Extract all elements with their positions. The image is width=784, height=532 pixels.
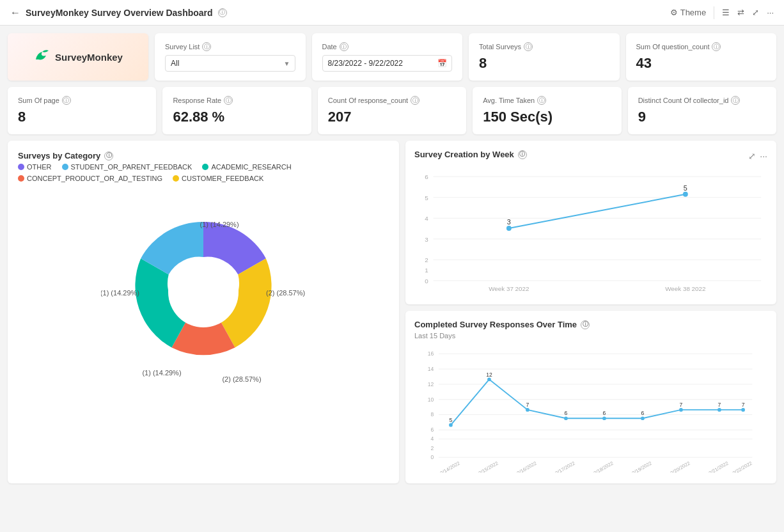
survey-list-card: Survey List ⓘ All ▼ [155,33,306,81]
svg-text:12: 12 [486,372,492,378]
sum-page-label: Sum Of page ⓘ [18,96,146,105]
calendar-icon[interactable]: 📅 [437,59,447,68]
r-pt-5 [641,416,645,420]
header: ← SurveyMonkey Survey Overview Dashboard… [0,0,784,26]
layout-button[interactable]: ☰ [722,8,730,17]
svg-text:9/22/2022: 9/22/2022 [732,460,753,473]
svg-text:6: 6 [603,410,606,416]
distinct-collector-info-icon[interactable]: ⓘ [731,96,740,105]
sum-question-info-icon[interactable]: ⓘ [712,42,721,51]
main-content: SurveyMonkey Survey List ⓘ All ▼ Date ⓘ [0,26,784,491]
r-pt-4 [602,416,606,420]
svg-text:14: 14 [428,366,434,372]
category-info-icon[interactable]: ⓘ [104,152,113,160]
total-surveys-info-icon[interactable]: ⓘ [524,42,533,51]
header-right: ⚙ Theme ☰ ⇄ ⤢ ··· [670,6,774,19]
charts-row: Surveys by Category ⓘ OTHER STUDENT_OR_P… [8,141,776,483]
svg-text:2: 2 [425,256,428,263]
avg-time-label: Avg. Time Taken ⓘ [483,96,611,105]
total-surveys-card: Total Surveys ⓘ 8 [469,33,620,81]
surveys-by-category-panel: Surveys by Category ⓘ OTHER STUDENT_OR_P… [8,141,399,483]
divider [714,6,714,19]
label-blue: (2) (28.57%) [222,375,261,383]
logo-card: SurveyMonkey [8,33,148,81]
label-yellow: (1) (14.29%) [200,221,239,228]
total-surveys-value: 8 [479,55,609,72]
expand-panel-button[interactable]: ⤢ [748,151,756,161]
svg-text:10: 10 [428,396,434,403]
svg-text:9/16/2022: 9/16/2022 [516,460,538,473]
legend-label-academic: ACADEMIC_RESEARCH [211,163,291,171]
creation-line [509,194,686,228]
svg-text:9/18/2022: 9/18/2022 [593,460,615,473]
response-rate-info-icon[interactable]: ⓘ [224,96,233,105]
svg-text:9/14/2022: 9/14/2022 [439,460,461,473]
label-teal: (1) (14.29%) [142,369,181,377]
panel-actions: ⤢ ··· [748,151,767,161]
theme-button[interactable]: ⚙ Theme [670,8,706,17]
expand-icon: ⤢ [752,8,759,17]
svg-text:6: 6 [641,410,645,416]
survey-list-info-icon[interactable]: ⓘ [202,42,211,51]
more-panel-button[interactable]: ··· [760,151,767,161]
svg-text:9/15/2022: 9/15/2022 [478,460,499,473]
date-label: Date ⓘ [322,42,453,51]
total-surveys-label: Total Surveys ⓘ [479,42,609,51]
svg-text:9/19/2022: 9/19/2022 [631,460,653,473]
expand-button[interactable]: ⤢ [752,8,759,17]
back-button[interactable]: ← [10,7,20,19]
r-pt-1 [487,377,491,381]
more-button[interactable]: ··· [767,8,774,17]
sum-page-card: Sum Of page ⓘ 8 [8,87,156,134]
legend-dot-other [18,164,24,170]
svg-text:16: 16 [428,350,434,357]
legend-item-concept: CONCEPT_PRODUCT_OR_AD_TESTING [18,175,162,182]
r-pt-6 [679,408,683,412]
distinct-collector-value: 9 [638,109,766,125]
sum-question-label: Sum Of question_count ⓘ [636,42,767,51]
legend-item-other: OTHER [18,163,52,171]
date-input-wrapper: 📅 [322,55,453,72]
week37-label: Week 37 2022 [489,285,529,292]
r-pt-3 [564,416,568,420]
date-info-icon[interactable]: ⓘ [340,42,349,51]
svg-text:0: 0 [431,454,434,460]
avg-time-value: 150 Sec(s) [483,109,611,125]
legend-item-student: STUDENT_OR_PARENT_FEEDBACK [62,163,192,171]
completed-responses-panel: Completed Survey Responses Over Time ⓘ L… [405,311,776,483]
survey-list-select[interactable]: All [165,55,295,72]
legend-dot-academic [202,164,208,170]
donut-segments [135,222,271,355]
legend-label-concept: CONCEPT_PRODUCT_OR_AD_TESTING [27,175,162,182]
svg-text:9/17/2022: 9/17/2022 [554,460,576,473]
count-response-info-icon[interactable]: ⓘ [411,96,419,105]
response-rate-label: Response Rate ⓘ [173,96,301,105]
r-pt-8 [741,408,745,412]
legend-label-student: STUDENT_OR_PARENT_FEEDBACK [71,163,192,171]
date-input[interactable] [322,55,453,72]
week38-label: Week 38 2022 [665,285,705,292]
title-info-icon[interactable]: ⓘ [218,8,227,17]
date-card: Date ⓘ 📅 [312,33,463,81]
survey-creation-panel: Survey Creation by Week ⓘ ⤢ ··· 6 5 4 3 … [405,141,776,304]
survey-creation-info-icon[interactable]: ⓘ [518,150,527,159]
gear-icon: ⚙ [670,8,678,17]
legend-label-customer: CUSTOMER_FEEDBACK [182,175,263,182]
donut-hole [168,257,239,327]
svg-text:12: 12 [428,381,434,387]
svg-text:7: 7 [526,402,529,408]
creation-point-1 [506,226,512,231]
logo-bird-icon [33,48,51,66]
response-rate-card: Response Rate ⓘ 62.88 % [162,87,311,134]
creation-label-1: 3 [507,218,511,226]
avg-time-info-icon[interactable]: ⓘ [537,96,546,105]
svg-text:5: 5 [425,194,428,201]
kpi-row-1: SurveyMonkey Survey List ⓘ All ▼ Date ⓘ [8,33,776,81]
completed-responses-info-icon[interactable]: ⓘ [581,320,590,329]
svg-text:9/20/2022: 9/20/2022 [670,460,691,473]
sum-page-info-icon[interactable]: ⓘ [62,96,71,105]
count-response-value: 207 [328,109,456,125]
share-button[interactable]: ⇄ [737,8,744,17]
page-title: SurveyMonkey Survey Overview Dashboard [26,8,213,18]
r-pt-2 [526,408,529,412]
